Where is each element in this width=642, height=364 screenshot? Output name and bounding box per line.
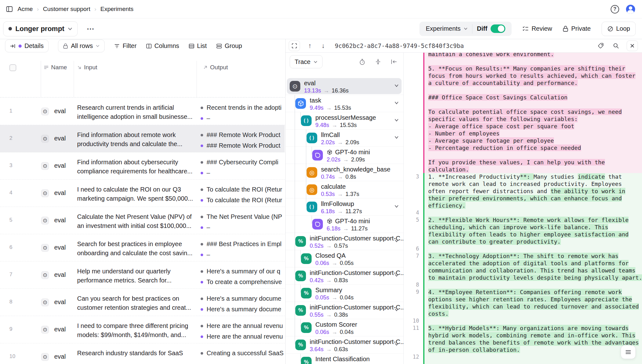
review-button[interactable]: Review [522,25,552,32]
diff-line-text [423,317,642,324]
list-button[interactable]: List [189,42,207,50]
diff-line-text: 4. **Employee Retention**: Companies off… [423,288,642,296]
table-row[interactable]: 4⊙evalI need to calculate the ROI on our… [0,180,285,207]
experiment-status-dot [8,27,12,30]
chevron-down-icon[interactable] [394,239,399,242]
chevron-down-icon[interactable] [394,274,399,277]
trace-span-row[interactable]: %initFunction-Customer support-C...0.42s… [286,267,404,285]
private-button[interactable]: Private [563,25,591,32]
table-row[interactable]: 5⊙evalCalculate the Net Present Value (N… [0,207,285,234]
trace-span-row[interactable]: %Closed QA0.06s→0.05s [286,250,404,267]
diff-toggle[interactable] [491,24,505,33]
breadcrumb-org[interactable]: Acme [18,6,33,13]
eval-target-icon: ⊙ [41,271,49,279]
chevron-down-icon[interactable] [394,84,399,87]
row-name: eval [54,189,66,197]
rows-filter-button[interactable]: All rows [58,40,105,52]
table-row[interactable]: 2⊙evalFind information about remote work… [0,125,285,152]
next-row-icon[interactable]: ↓ [320,42,327,50]
chevron-down-icon[interactable] [394,308,399,311]
group-button[interactable]: Group [216,42,242,50]
prev-row-icon[interactable]: ↑ [306,42,313,50]
help-icon[interactable]: ? [611,5,619,13]
avatar[interactable] [626,5,635,14]
output-value: To calculate the ROI (Retur [201,197,282,204]
table-row[interactable]: 1⊙evalResearch current trends in artific… [0,98,285,125]
view-selector[interactable]: Experiments [421,25,472,32]
column-header-output[interactable]: Output [203,64,228,71]
table-row[interactable]: 6⊙evalSearch for best practices in emplo… [0,234,285,261]
filter-button[interactable]: Filter [114,42,136,50]
sidebar-toggle-icon[interactable] [6,5,13,13]
search-icon[interactable] [612,43,620,49]
collapse-left-icon[interactable] [390,59,398,64]
column-header-name[interactable]: Name [44,64,67,71]
diff-content[interactable]: maintain a cohesive work environment.5. … [404,53,642,364]
tag-icon[interactable] [597,43,605,49]
row-output: The Net Present Value (NP– [201,207,285,234]
more-menu-icon[interactable]: ⋯ [87,24,95,33]
table-row[interactable]: 10⊙evalResearch industry standards for S… [0,343,285,364]
trace-span-row[interactable]: ()llmCall2.02s→2.09s [286,129,404,147]
breadcrumb-page[interactable]: Experiments [100,6,134,13]
column-header-input[interactable]: Input [77,64,97,71]
close-icon[interactable] [627,40,638,51]
trace-span-row[interactable]: task9.49s→15.53s [286,95,404,112]
select-all-checkbox[interactable] [9,64,16,71]
trace-span-row[interactable]: ◎search_knowledge_base0.74s→0.8s [286,164,404,181]
trace-span-row[interactable]: %initFunction-Customer support-C...0.52s… [286,233,404,250]
diff-line-text: 1. **Increased Productivity**: Many stud… [423,173,642,180]
trace-span-row[interactable]: ()llmFollowup6.18s→11.27s [286,198,404,216]
span-name: initFunction-Customer support-C... [310,235,404,242]
expand-icon[interactable] [289,40,300,51]
experiment-selector[interactable]: Longer prompt [3,21,78,36]
trace-span-row[interactable]: %Summary0.05s→0.04s [286,285,404,302]
span-duration: 2.02s→2.09s [321,139,359,146]
output-value: ### Remote Work Product [201,142,280,149]
outline-menu-button[interactable] [621,345,636,359]
chevron-down-icon[interactable] [394,343,399,346]
diff-line-text: to maintain productivity levels despite … [423,274,642,281]
diff-line-text: efficiency. [423,202,642,209]
trace-span-row[interactable]: %initFunction-Customer support-C...3.64s… [286,336,404,354]
output-value: To calculate the ROI (Retur [201,186,282,193]
diff-added-line [404,361,642,364]
output-value: ### Best Practices in Empl [201,240,282,248]
review-label: Review [532,25,552,32]
output-value: ### Remote Work Product [201,131,280,139]
trace-span-row[interactable]: ⊙eval13.13s→16.36s [286,78,404,95]
breadcrumb-project[interactable]: Customer support [43,6,90,13]
output-value: – [201,251,210,258]
group-label: Group [225,42,242,50]
trace-view-selector[interactable]: Trace [290,55,323,68]
chevron-down-icon[interactable] [394,205,399,208]
table-row[interactable]: 7⊙evalHelp me understand our quarterlype… [0,261,285,289]
row-input: Find information about cybersecuritycomp… [77,158,194,176]
trace-span-row[interactable]: GPT-4o mini6.18s→11.27s [286,216,404,233]
diff-line-number: 5 [404,216,423,224]
span-name: task [310,97,321,104]
span-type-icon: () [301,115,312,126]
columns-button[interactable]: Columns [146,42,179,50]
trace-id: 9c062bc2-a8c7-4a88-9749-5cf840f3c9ba [335,42,464,49]
loop-button[interactable]: Loop [602,22,636,36]
chevron-down-icon[interactable] [394,119,399,122]
chevron-down-icon[interactable] [394,136,399,139]
trace-span-row[interactable]: %Intent Classification0.13s→0.08s [286,354,404,364]
tree-connector [312,147,312,155]
table-row[interactable]: 9⊙evalI need to compare three different … [0,316,285,343]
table-row[interactable]: 3⊙evalFind information about cybersecuri… [0,152,285,180]
trace-span-row[interactable]: GPT-4o mini2.02s→2.09s [286,147,404,164]
trace-span-row[interactable]: %Custom Scorer0.06s→0.04s [286,319,404,336]
trace-span-row[interactable]: ()processUserMessage9.48s→15.53s [286,112,404,129]
trace-span-row[interactable]: ◎calculate0.53s→1.37s [286,181,404,198]
table-row[interactable]: 8⊙evalCan you search for best practices … [0,289,285,316]
output-value: Here's a summary docume [201,306,281,313]
trace-span-row[interactable]: %initFunction-Customer support-C...0.55s… [286,302,404,319]
details-button[interactable]: Details [5,40,49,52]
collapse-vertical-icon[interactable] [374,59,382,65]
timer-icon[interactable] [358,59,366,65]
diff-removed-line [404,101,642,108]
output-value: Here are the annual revenu [201,333,283,340]
chevron-down-icon[interactable] [394,101,399,104]
